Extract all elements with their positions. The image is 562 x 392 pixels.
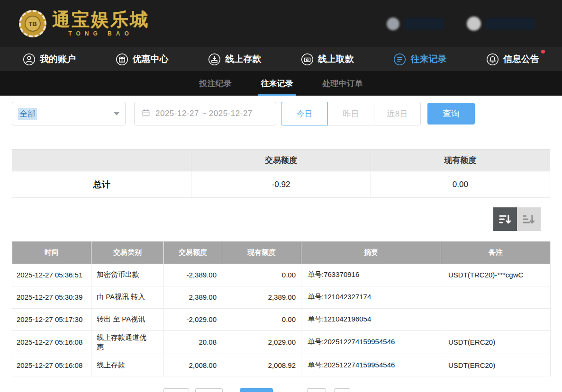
nav-label: 优惠中心: [133, 53, 169, 65]
header-balance: 现有额度: [222, 241, 301, 264]
redacted-username: [486, 18, 536, 30]
records-icon: [393, 53, 406, 66]
cell-amount: -2,389.00: [164, 264, 222, 286]
summary-table: 交易额度 现有额度 总计 -0.92 0.00: [12, 149, 550, 198]
summary-total-amount: -0.92: [191, 171, 371, 198]
brand-name: 通宝娱乐城: [52, 10, 149, 29]
quick-btn-yesterday[interactable]: 昨日: [327, 102, 374, 125]
header-note: 备注: [441, 241, 551, 264]
type-select-value: 全部: [18, 108, 37, 120]
header-amount: 交易额度: [164, 241, 222, 264]
quick-btn-last8days[interactable]: 近8日: [374, 102, 421, 125]
summary-total-balance: 0.00: [371, 171, 550, 198]
chevron-down-icon: [114, 112, 119, 116]
tab-transaction-records[interactable]: 往来记录: [260, 71, 294, 96]
sort-desc-icon: [498, 212, 512, 226]
date-range-input[interactable]: 2025-12-27 ~ 2025-12-27: [134, 102, 276, 125]
table-row: 2025-12-27 05:17:30 转出 至 PA视讯 -2,029.00 …: [12, 308, 551, 330]
quick-btn-today[interactable]: 今日: [281, 102, 328, 125]
header-summary: 摘要: [301, 241, 441, 264]
summary-header-row: 交易额度 现有额度: [12, 150, 550, 171]
cell-balance: 0.00: [222, 264, 301, 286]
nav-label: 我的账户: [40, 53, 76, 65]
cell-time: 2025-12-27 05:30:39: [12, 286, 91, 308]
notification-badge: [541, 50, 545, 53]
nav-item-records[interactable]: 往来记录: [393, 53, 446, 66]
summary-total-row: 总计 -0.92 0.00: [12, 171, 550, 198]
withdraw-icon: [301, 53, 314, 66]
table-row: 2025-12-27 05:16:08 线上存款通道优惠 20.08 2,029…: [12, 330, 551, 354]
date-range-value: 2025-12-27 ~ 2025-12-27: [155, 109, 253, 118]
cell-type: 加密货币出款: [91, 264, 164, 286]
top-bar: TB 通宝娱乐城 TONG BAO: [0, 0, 562, 47]
coin-icon: [387, 18, 399, 30]
cell-time: 2025-12-27 05:16:08: [12, 330, 91, 354]
quick-date-group: 今日 昨日 近8日: [281, 102, 421, 125]
cell-summary: 单号:202512274159954546: [301, 330, 441, 354]
query-button[interactable]: 查询: [427, 103, 475, 125]
filter-bar: 全部 2025-12-27 ~ 2025-12-27 今日 昨日 近8日 查询: [12, 102, 550, 125]
deposit-icon: [208, 53, 221, 66]
nav-item-my-account[interactable]: 我的账户: [23, 53, 76, 66]
nav-label: 信息公告: [503, 53, 539, 65]
nav-item-withdraw[interactable]: 线上取款: [301, 53, 354, 66]
cell-time: 2025-12-27 05:17:30: [12, 308, 91, 330]
sub-nav: 投注纪录 往来记录 处理中订单: [0, 71, 562, 96]
cell-balance: 2,008.92: [222, 354, 301, 376]
sort-ascending-button[interactable]: [517, 207, 541, 231]
cell-summary: 单号:202512274159954546: [301, 354, 441, 376]
nav-item-announcements[interactable]: 信息公告: [486, 53, 539, 66]
cell-amount: 20.08: [164, 330, 222, 354]
cell-summary: 单号:121042196054: [301, 308, 441, 330]
header-time: 时间: [12, 241, 91, 264]
pagination-button[interactable]: [163, 388, 189, 392]
cell-type: 转出 至 PA视讯: [91, 308, 164, 330]
calendar-icon: [141, 108, 151, 119]
pagination-button-active[interactable]: [240, 388, 273, 392]
page: TB 通宝娱乐城 TONG BAO 我的账户: [0, 0, 562, 392]
cell-type: 由 PA视讯 转入: [91, 286, 164, 308]
cell-amount: 2,389.00: [164, 286, 222, 308]
cell-amount: -2,029.00: [164, 308, 222, 330]
sort-asc-icon: [522, 212, 536, 226]
brand-subtitle: TONG BAO: [68, 30, 133, 37]
cell-note: USDT(ERC20): [441, 330, 551, 354]
user-avatar-icon: [467, 17, 481, 31]
bell-icon: [486, 53, 499, 66]
cell-time: 2025-12-27 05:16:08: [12, 354, 91, 376]
records-table: 时间 交易类别 交易额度 现有额度 摘要 备注 2025-12-27 05:36…: [12, 241, 551, 376]
pagination-button[interactable]: [334, 388, 350, 392]
type-select[interactable]: 全部: [12, 102, 126, 125]
balance-group-redacted[interactable]: [387, 18, 444, 30]
pagination-button[interactable]: [307, 388, 326, 392]
nav-item-promotions[interactable]: 优惠中心: [116, 53, 169, 66]
cell-type: 线上存款: [91, 354, 164, 376]
cell-balance: 2,029.00: [222, 330, 301, 354]
nav-item-deposit[interactable]: 线上存款: [208, 53, 261, 66]
tab-pending-orders[interactable]: 处理中订单: [322, 71, 364, 96]
table-row: 2025-12-27 05:36:51 加密货币出款 -2,389.00 0.0…: [12, 264, 551, 286]
table-row: 2025-12-27 05:30:39 由 PA视讯 转入 2,389.00 2…: [12, 286, 551, 308]
records-header-row: 时间 交易类别 交易额度 现有额度 摘要 备注: [12, 241, 551, 264]
cell-note: USDT(TRC20)-***cgwC: [441, 264, 551, 286]
brand-text: 通宝娱乐城 TONG BAO: [52, 10, 149, 37]
tab-bet-records[interactable]: 投注纪录: [199, 71, 233, 96]
poker-chip-icon: TB: [19, 10, 46, 37]
account-group-redacted[interactable]: [467, 17, 536, 31]
brand-logo[interactable]: TB 通宝娱乐城 TONG BAO: [19, 10, 149, 37]
sort-descending-button[interactable]: [493, 207, 517, 231]
cell-summary: 单号:763370916: [301, 264, 441, 286]
pagination: [163, 388, 350, 392]
sort-controls: [0, 207, 541, 231]
nav-label: 线上存款: [225, 53, 261, 65]
chip-monogram: TB: [25, 16, 41, 32]
cell-summary: 单号:121042327174: [301, 286, 441, 308]
header-type: 交易类别: [91, 241, 164, 264]
nav-label: 往来记录: [410, 53, 446, 65]
redacted-balance: [404, 18, 444, 30]
cell-type: 线上存款通道优惠: [91, 330, 164, 354]
nav-label: 线上取款: [318, 53, 354, 65]
cell-balance: 0.00: [222, 308, 301, 330]
pagination-button[interactable]: [195, 388, 223, 392]
summary-header-balance: 现有额度: [371, 150, 550, 171]
